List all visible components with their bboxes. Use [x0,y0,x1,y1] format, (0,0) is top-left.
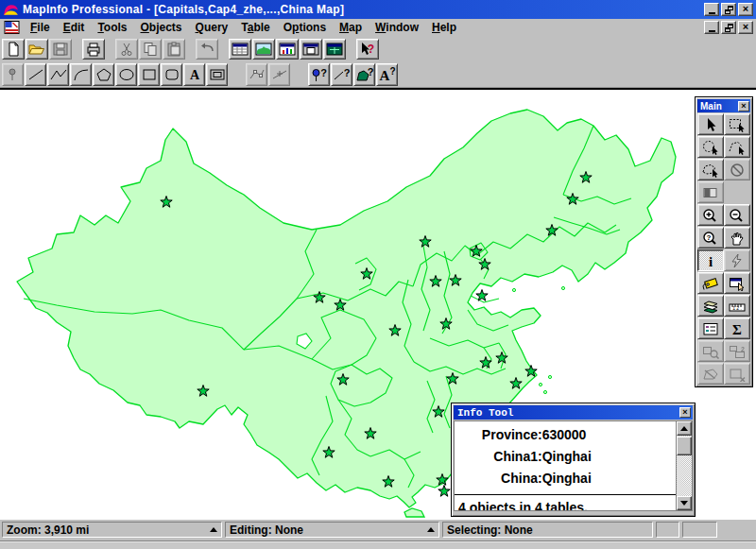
info-field-name: Province [455,427,538,443]
polygon-tool-icon [94,67,113,82]
editing-popup-arrow-icon[interactable] [427,527,435,532]
child-restore-icon [725,24,733,32]
menu-edit[interactable]: Edit [57,20,92,36]
menu-tools[interactable]: Tools [91,20,133,36]
info-row[interactable]: China : Qinghai [455,471,676,487]
new-grapher-button[interactable] [276,39,299,60]
line-tool-icon [26,67,45,82]
boundary-select-button[interactable] [697,159,724,180]
radius-select-button[interactable] [697,136,724,158]
line-style-button[interactable]: ? [331,63,352,86]
info-tool-title-bar[interactable]: Info Tool × [454,405,693,420]
map-view[interactable]: Main × ?i1 2 .Σ2 Info Tool × Province : … [0,88,756,519]
text-tool-icon: A [185,67,204,82]
status-selecting-pane[interactable]: Selecting: None [442,522,653,538]
polygon-select-button[interactable] [724,136,750,158]
frame-tool-button[interactable] [206,63,228,86]
main-toolbar-panel: Main × ?i1 2 .Σ2 [695,96,753,387]
polygon-tool-button[interactable] [93,63,114,86]
zoom-popup-arrow-icon[interactable] [210,527,217,532]
menu-options[interactable]: Options [277,20,333,36]
info-row[interactable]: Province : 630000 [455,427,676,443]
rounded-rect-tool-button[interactable] [161,63,182,86]
restore-button[interactable] [721,3,736,16]
child-close-button[interactable]: × [738,21,753,34]
menu-help[interactable]: Help [425,20,463,36]
svg-text:Σ: Σ [732,321,742,336]
info-tool-close-button[interactable]: × [679,407,691,418]
new-layout-button[interactable] [300,39,322,60]
info-field-name: China [455,471,538,487]
main-panel-title-bar[interactable]: Main × [697,99,750,112]
pan-icon [728,231,747,246]
drag-map-window-button[interactable] [724,272,750,294]
child-restore-button[interactable] [721,21,736,34]
cut-button [115,39,138,60]
line-tool-button[interactable] [25,63,46,86]
symbol-style-button[interactable]: ? [308,63,330,86]
main-panel-close-button[interactable]: × [738,101,749,112]
scroll-up-button[interactable] [677,421,692,436]
scroll-down-button[interactable] [677,496,692,510]
hainan-island[interactable] [404,508,424,517]
set-target-district-button: 2 [724,340,750,362]
close-button[interactable]: × [738,3,753,16]
marquee-select-button[interactable] [724,113,750,135]
menu-query[interactable]: Query [189,20,235,36]
info-tool-window: Info Tool × Province : 630000China1 : Qi… [451,403,696,517]
menu-objects[interactable]: Objects [134,20,189,36]
info-scrollbar[interactable] [676,421,692,510]
menu-window[interactable]: Window [369,20,425,36]
print-button[interactable] [82,39,105,60]
new-file-button[interactable] [2,39,25,60]
boundary-select-icon [701,163,720,178]
status-selecting-text: Selecting: None [447,523,533,537]
map-document-icon[interactable] [4,21,20,34]
layer-control-button[interactable] [697,295,724,317]
new-redistricter-icon [325,42,344,57]
ruler-tool-icon: 1 2 . [728,299,747,314]
info-tool-button[interactable]: i [697,249,724,271]
rectangle-tool-button[interactable] [138,63,160,86]
status-zoom-pane[interactable]: Zoom: 3,910 mi [2,522,222,538]
new-mapper-button[interactable] [252,39,275,60]
copy-button [139,39,162,60]
menu-map[interactable]: Map [333,20,369,36]
new-redistricter-button[interactable] [323,39,346,60]
menu-file[interactable]: File [24,20,57,36]
capital-star[interactable] [438,486,450,497]
text-style-button[interactable]: A? [376,63,398,86]
set-target-district-icon: 2 [728,344,747,359]
ellipse-tool-button[interactable] [115,63,137,86]
change-zoom-button[interactable]: ? [697,227,724,249]
info-row[interactable]: China1 : Qinghai [455,449,676,465]
statistics-button[interactable]: Σ [724,317,750,339]
region-style-button[interactable]: ? [353,63,375,86]
zoom-in-button[interactable] [697,204,724,226]
select-button[interactable] [697,113,724,135]
zoom-out-button[interactable] [724,204,750,226]
status-editing-text: Editing: None [230,523,303,537]
child-minimize-button[interactable] [704,21,719,34]
status-extra-pane [682,522,717,538]
scroll-thumb[interactable] [677,437,692,455]
menu-table[interactable]: Table [234,20,276,36]
legend-window-button[interactable] [697,317,724,339]
svg-text:i: i [709,253,713,268]
status-zoom-text: Zoom: 3,910 mi [7,523,89,537]
help-pointer-button[interactable]: ? [356,39,379,60]
ruler-tool-button[interactable]: 1 2 . [724,295,750,317]
new-browser-button[interactable] [229,39,251,60]
new-layout-icon [301,42,320,57]
arc-tool-button[interactable] [70,63,92,86]
open-folder-button[interactable] [26,39,48,60]
svg-text:?: ? [320,67,327,78]
minimize-button[interactable] [704,3,719,16]
status-editing-pane[interactable]: Editing: None [225,522,439,538]
status-bar: Zoom: 3,910 mi Editing: None Selecting: … [0,519,756,540]
arc-tool-icon [72,67,91,82]
text-tool-button[interactable]: A [183,63,205,86]
label-tool-button[interactable] [697,272,724,294]
pan-button[interactable] [724,227,750,249]
polyline-tool-button[interactable] [47,63,69,86]
